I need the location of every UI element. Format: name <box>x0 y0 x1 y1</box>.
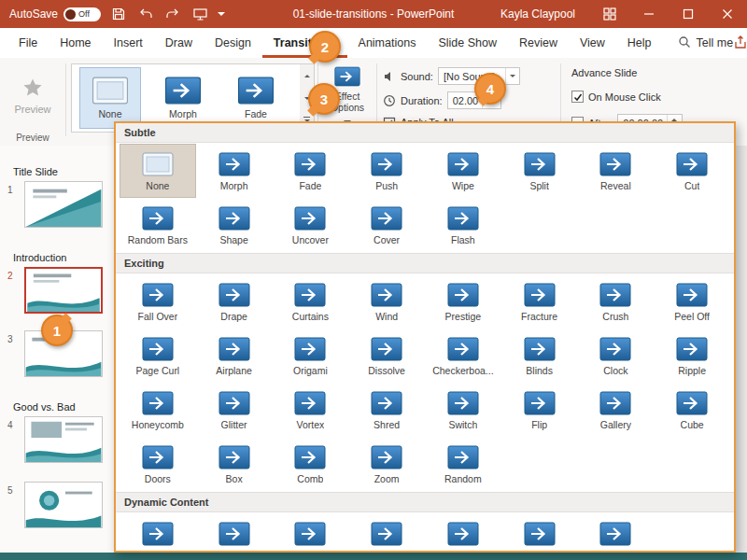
ribbon-display-options-icon[interactable] <box>590 0 629 28</box>
slide-thumbnail-2[interactable] <box>24 267 103 314</box>
transition-label: Page Curl <box>136 365 180 376</box>
minimize-button[interactable] <box>629 0 669 28</box>
start-presentation-icon[interactable] <box>190 5 209 23</box>
section-title-slide[interactable]: Title Slide <box>13 166 58 177</box>
transition-option-morph[interactable]: Morph <box>196 144 273 198</box>
ribbon-transition-none[interactable]: None <box>79 67 141 129</box>
transition-label: Drape <box>220 311 247 322</box>
transition-option-push[interactable]: Push <box>348 144 425 198</box>
section-good-vs-bad[interactable]: Good vs. Bad <box>13 401 76 413</box>
exciting-grid: Fall Over Drape Curtains Wind Prestige F… <box>116 273 734 492</box>
transition-option-airplane[interactable]: Airplane <box>196 329 273 383</box>
transition-option-shred[interactable]: Shred <box>348 383 425 437</box>
transition-option-box[interactable]: Box <box>196 437 273 491</box>
tab-view[interactable]: View <box>569 28 616 58</box>
transition-option-zoom[interactable]: Zoom <box>348 437 425 491</box>
ribbon-transition-fade[interactable]: Fade <box>225 67 287 129</box>
transition-option-fracture[interactable]: Fracture <box>501 274 578 329</box>
transition-option-wind[interactable]: Wind <box>348 274 425 329</box>
transition-option-curtains[interactable]: Curtains <box>273 274 349 329</box>
transition-icon <box>371 152 402 176</box>
transition-label: Rotate <box>373 550 402 553</box>
tab-slide-show[interactable]: Slide Show <box>427 28 508 58</box>
tell-me-search[interactable]: Tell me <box>678 35 734 51</box>
transition-option-pan[interactable]: Pan <box>120 513 196 553</box>
gallery-scroll-up-button[interactable] <box>300 64 314 87</box>
transition-option-crush[interactable]: Crush <box>578 274 655 329</box>
transition-option-wipe[interactable]: Wipe <box>425 144 501 198</box>
transition-option-fall-over[interactable]: Fall Over <box>120 274 196 329</box>
transition-option-flip[interactable]: Flip <box>501 383 578 437</box>
slide-thumbnail-5[interactable] <box>24 482 103 528</box>
save-icon[interactable] <box>109 5 128 23</box>
transition-option-prestige[interactable]: Prestige <box>425 274 501 329</box>
tab-animations[interactable]: Animations <box>347 28 428 58</box>
transition-option-cut[interactable]: Cut <box>654 144 730 198</box>
autosave-control[interactable]: AutoSave Off <box>9 7 101 21</box>
transition-option-cube[interactable]: Cube <box>654 383 730 437</box>
transition-option-random-bars[interactable]: Random Bars <box>120 198 196 252</box>
group-divider <box>65 63 66 136</box>
transition-option-vortex[interactable]: Vortex <box>273 383 349 437</box>
autosave-toggle[interactable]: Off <box>63 7 101 21</box>
transition-label: Honeycomb <box>132 419 184 430</box>
tab-help[interactable]: Help <box>616 28 663 58</box>
transition-option-cover[interactable]: Cover <box>348 198 425 252</box>
transition-option-checkerboard[interactable]: Checkerboa... <box>425 329 501 383</box>
tab-insert[interactable]: Insert <box>103 28 154 58</box>
transition-option-doors[interactable]: Doors <box>120 437 196 491</box>
transition-option-ferris-wheel[interactable]: Ferris Wheel <box>196 513 273 553</box>
tab-review[interactable]: Review <box>508 28 569 58</box>
transition-option-clock[interactable]: Clock <box>578 329 655 383</box>
transition-option-conveyor[interactable]: Conveyor <box>273 513 349 553</box>
transition-option-reveal[interactable]: Reveal <box>578 144 655 198</box>
section-introduction[interactable]: Introduction <box>13 252 66 263</box>
transition-option-uncover[interactable]: Uncover <box>273 198 349 252</box>
transition-option-none[interactable]: None <box>120 144 196 198</box>
transition-option-glitter[interactable]: Glitter <box>196 383 273 437</box>
transition-option-page-curl[interactable]: Page Curl <box>120 329 196 383</box>
redo-icon[interactable] <box>163 5 182 23</box>
transition-icon <box>294 206 326 231</box>
on-mouse-click-option[interactable]: On Mouse Click <box>571 91 661 103</box>
transition-option-ripple[interactable]: Ripple <box>654 329 730 383</box>
transition-option-orbit[interactable]: Orbit <box>501 513 578 553</box>
quick-access-caret-icon[interactable] <box>218 12 225 20</box>
maximize-button[interactable] <box>669 0 708 28</box>
transition-option-flash[interactable]: Flash <box>425 198 501 252</box>
transition-option-window[interactable]: Window <box>425 513 501 553</box>
transition-option-comb[interactable]: Comb <box>273 437 349 491</box>
autosave-state: Off <box>78 9 90 19</box>
transition-option-blinds[interactable]: Blinds <box>501 329 578 383</box>
transition-option-random[interactable]: Random <box>425 437 501 491</box>
slide-number: 3 <box>7 334 13 344</box>
transition-option-fly-through[interactable]: Fly Through <box>578 513 655 553</box>
transition-option-fade[interactable]: Fade <box>273 144 349 198</box>
transition-option-split[interactable]: Split <box>501 144 578 198</box>
preview-button[interactable]: Preview <box>6 63 60 130</box>
transition-option-honeycomb[interactable]: Honeycomb <box>120 383 196 437</box>
share-icon[interactable] <box>733 35 747 52</box>
transition-option-origami[interactable]: Origami <box>273 329 349 383</box>
transition-option-peel-off[interactable]: Peel Off <box>654 274 730 329</box>
close-button[interactable] <box>708 0 747 28</box>
transition-icon <box>447 522 479 546</box>
slide-thumbnail-4[interactable] <box>24 416 103 463</box>
undo-icon[interactable] <box>136 5 155 23</box>
ribbon-transition-morph[interactable]: Morph <box>152 67 214 129</box>
transition-option-gallery[interactable]: Gallery <box>578 383 655 437</box>
tab-draw[interactable]: Draw <box>154 28 204 58</box>
tab-design[interactable]: Design <box>204 28 262 58</box>
slide-thumbnail-1[interactable] <box>24 181 103 228</box>
transition-label: Flash <box>451 234 475 245</box>
transition-option-drape[interactable]: Drape <box>196 274 273 329</box>
user-name[interactable]: Kayla Claypool <box>500 7 575 21</box>
transition-option-switch[interactable]: Switch <box>425 383 501 437</box>
tab-file[interactable]: File <box>7 28 49 58</box>
transition-label: Gallery <box>600 419 631 430</box>
transition-option-rotate[interactable]: Rotate <box>348 513 425 553</box>
tab-home[interactable]: Home <box>49 28 102 58</box>
transition-option-shape[interactable]: Shape <box>196 198 273 252</box>
transition-option-dissolve[interactable]: Dissolve <box>348 329 425 383</box>
on-mouse-click-checkbox[interactable] <box>571 91 584 103</box>
